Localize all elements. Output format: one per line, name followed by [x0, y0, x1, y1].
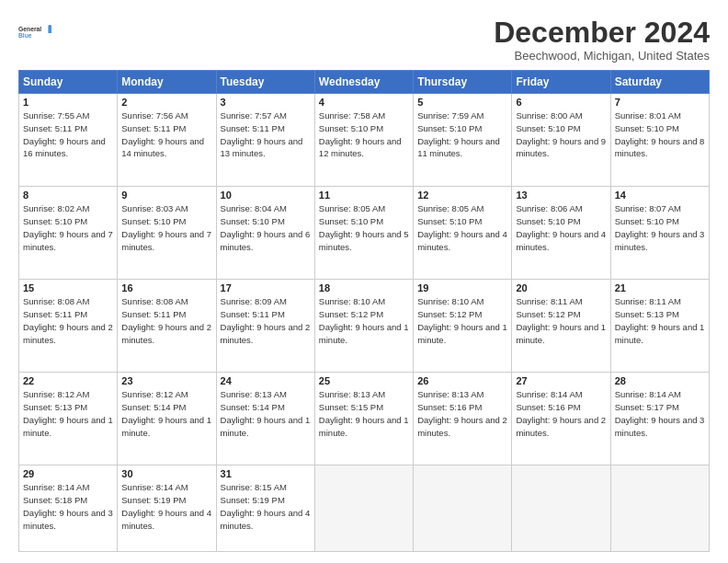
day-info: Sunrise: 8:13 AMSunset: 5:15 PMDaylight:…: [319, 388, 409, 439]
calendar-header-saturday: Saturday: [610, 71, 709, 94]
day-number: 22: [23, 375, 113, 386]
header: General Blue December 2024 Beechwood, Mi…: [18, 17, 710, 63]
day-number: 28: [615, 375, 705, 386]
calendar-week-1: 1Sunrise: 7:55 AMSunset: 5:11 PMDaylight…: [19, 94, 710, 187]
day-info: Sunrise: 8:14 AMSunset: 5:19 PMDaylight:…: [121, 481, 211, 532]
day-number: 31: [221, 468, 311, 479]
day-info: Sunrise: 7:59 AMSunset: 5:10 PMDaylight:…: [417, 109, 507, 160]
day-info: Sunrise: 8:10 AMSunset: 5:12 PMDaylight:…: [319, 295, 409, 346]
calendar-day-17: 17Sunrise: 8:09 AMSunset: 5:11 PMDayligh…: [216, 280, 314, 373]
day-info: Sunrise: 8:04 AMSunset: 5:10 PMDaylight:…: [221, 202, 311, 253]
day-info: Sunrise: 8:13 AMSunset: 5:16 PMDaylight:…: [417, 388, 507, 439]
calendar-day-31: 31Sunrise: 8:15 AMSunset: 5:19 PMDayligh…: [216, 465, 314, 552]
day-number: 12: [417, 190, 507, 201]
calendar-day-28: 28Sunrise: 8:14 AMSunset: 5:17 PMDayligh…: [610, 373, 709, 465]
calendar-day-23: 23Sunrise: 8:12 AMSunset: 5:14 PMDayligh…: [118, 373, 216, 465]
day-number: 3: [221, 97, 311, 108]
day-info: Sunrise: 8:13 AMSunset: 5:14 PMDaylight:…: [221, 388, 311, 439]
day-info: Sunrise: 7:58 AMSunset: 5:10 PMDaylight:…: [319, 109, 409, 160]
day-number: 14: [615, 190, 705, 201]
calendar-day-5: 5Sunrise: 7:59 AMSunset: 5:10 PMDaylight…: [414, 94, 512, 187]
day-info: Sunrise: 8:14 AMSunset: 5:18 PMDaylight:…: [23, 481, 113, 532]
calendar-header-friday: Friday: [512, 71, 610, 94]
calendar-day-20: 20Sunrise: 8:11 AMSunset: 5:12 PMDayligh…: [512, 280, 610, 373]
day-number: 9: [121, 190, 211, 201]
calendar-day-13: 13Sunrise: 8:06 AMSunset: 5:10 PMDayligh…: [512, 187, 610, 280]
calendar-day-10: 10Sunrise: 8:04 AMSunset: 5:10 PMDayligh…: [216, 187, 314, 280]
day-number: 25: [319, 375, 409, 386]
day-number: 16: [121, 282, 211, 293]
calendar-week-5: 29Sunrise: 8:14 AMSunset: 5:18 PMDayligh…: [19, 465, 710, 552]
calendar-day-9: 9Sunrise: 8:03 AMSunset: 5:10 PMDaylight…: [118, 187, 216, 280]
calendar-day-16: 16Sunrise: 8:08 AMSunset: 5:11 PMDayligh…: [118, 280, 216, 373]
calendar-day-8: 8Sunrise: 8:02 AMSunset: 5:10 PMDaylight…: [19, 187, 118, 280]
calendar-header-row: SundayMondayTuesdayWednesdayThursdayFrid…: [19, 71, 710, 94]
day-info: Sunrise: 8:00 AMSunset: 5:10 PMDaylight:…: [516, 109, 606, 160]
day-number: 6: [516, 97, 606, 108]
day-info: Sunrise: 8:12 AMSunset: 5:14 PMDaylight:…: [121, 388, 211, 439]
day-number: 18: [319, 282, 409, 293]
day-info: Sunrise: 8:05 AMSunset: 5:10 PMDaylight:…: [417, 202, 507, 253]
day-info: Sunrise: 8:11 AMSunset: 5:12 PMDaylight:…: [516, 295, 606, 346]
day-info: Sunrise: 8:09 AMSunset: 5:11 PMDaylight:…: [221, 295, 311, 346]
day-number: 17: [221, 282, 311, 293]
day-number: 2: [121, 97, 211, 108]
page: General Blue December 2024 Beechwood, Mi…: [0, 0, 728, 563]
day-info: Sunrise: 8:14 AMSunset: 5:16 PMDaylight:…: [516, 388, 606, 439]
calendar-day-empty: [610, 465, 709, 552]
calendar-header-monday: Monday: [118, 71, 216, 94]
day-info: Sunrise: 7:56 AMSunset: 5:11 PMDaylight:…: [121, 109, 211, 160]
day-info: Sunrise: 7:57 AMSunset: 5:11 PMDaylight:…: [221, 109, 311, 160]
location: Beechwood, Michigan, United States: [494, 49, 710, 63]
svg-text:General: General: [18, 26, 41, 32]
day-info: Sunrise: 8:01 AMSunset: 5:10 PMDaylight:…: [615, 109, 705, 160]
calendar-day-22: 22Sunrise: 8:12 AMSunset: 5:13 PMDayligh…: [19, 373, 118, 465]
calendar-table: SundayMondayTuesdayWednesdayThursdayFrid…: [18, 70, 710, 552]
day-number: 21: [615, 282, 705, 293]
day-number: 11: [319, 190, 409, 201]
calendar-week-2: 8Sunrise: 8:02 AMSunset: 5:10 PMDaylight…: [19, 187, 710, 280]
svg-text:Blue: Blue: [18, 32, 32, 39]
svg-marker-2: [48, 26, 51, 33]
day-number: 30: [121, 468, 211, 479]
svg-marker-3: [48, 25, 51, 26]
calendar-day-19: 19Sunrise: 8:10 AMSunset: 5:12 PMDayligh…: [414, 280, 512, 373]
day-number: 24: [221, 375, 311, 386]
month-title: December 2024: [494, 17, 710, 49]
day-number: 10: [221, 190, 311, 201]
calendar-day-24: 24Sunrise: 8:13 AMSunset: 5:14 PMDayligh…: [216, 373, 314, 465]
calendar-day-3: 3Sunrise: 7:57 AMSunset: 5:11 PMDaylight…: [216, 94, 314, 187]
calendar-day-18: 18Sunrise: 8:10 AMSunset: 5:12 PMDayligh…: [314, 280, 413, 373]
title-block: December 2024 Beechwood, Michigan, Unite…: [494, 17, 710, 63]
day-info: Sunrise: 8:11 AMSunset: 5:13 PMDaylight:…: [615, 295, 705, 346]
calendar-day-25: 25Sunrise: 8:13 AMSunset: 5:15 PMDayligh…: [314, 373, 413, 465]
calendar-day-empty: [314, 465, 413, 552]
calendar-day-26: 26Sunrise: 8:13 AMSunset: 5:16 PMDayligh…: [414, 373, 512, 465]
logo: General Blue: [18, 17, 51, 50]
calendar-header-tuesday: Tuesday: [216, 71, 314, 94]
day-number: 13: [516, 190, 606, 201]
day-number: 27: [516, 375, 606, 386]
day-info: Sunrise: 8:15 AMSunset: 5:19 PMDaylight:…: [221, 481, 311, 532]
day-number: 4: [319, 97, 409, 108]
day-number: 8: [23, 190, 113, 201]
calendar-day-empty: [512, 465, 610, 552]
calendar-day-29: 29Sunrise: 8:14 AMSunset: 5:18 PMDayligh…: [19, 465, 118, 552]
calendar-day-2: 2Sunrise: 7:56 AMSunset: 5:11 PMDaylight…: [118, 94, 216, 187]
calendar-day-12: 12Sunrise: 8:05 AMSunset: 5:10 PMDayligh…: [414, 187, 512, 280]
day-info: Sunrise: 8:12 AMSunset: 5:13 PMDaylight:…: [23, 388, 113, 439]
calendar-day-11: 11Sunrise: 8:05 AMSunset: 5:10 PMDayligh…: [314, 187, 413, 280]
calendar-week-3: 15Sunrise: 8:08 AMSunset: 5:11 PMDayligh…: [19, 280, 710, 373]
day-info: Sunrise: 8:14 AMSunset: 5:17 PMDaylight:…: [615, 388, 705, 439]
calendar-day-14: 14Sunrise: 8:07 AMSunset: 5:10 PMDayligh…: [610, 187, 709, 280]
day-number: 19: [417, 282, 507, 293]
day-info: Sunrise: 8:05 AMSunset: 5:10 PMDaylight:…: [319, 202, 409, 253]
day-number: 29: [23, 468, 113, 479]
calendar-week-4: 22Sunrise: 8:12 AMSunset: 5:13 PMDayligh…: [19, 373, 710, 465]
day-number: 1: [23, 97, 113, 108]
calendar-day-4: 4Sunrise: 7:58 AMSunset: 5:10 PMDaylight…: [314, 94, 413, 187]
day-info: Sunrise: 8:07 AMSunset: 5:10 PMDaylight:…: [615, 202, 705, 253]
calendar-day-27: 27Sunrise: 8:14 AMSunset: 5:16 PMDayligh…: [512, 373, 610, 465]
calendar-header-sunday: Sunday: [19, 71, 118, 94]
day-info: Sunrise: 8:08 AMSunset: 5:11 PMDaylight:…: [121, 295, 211, 346]
